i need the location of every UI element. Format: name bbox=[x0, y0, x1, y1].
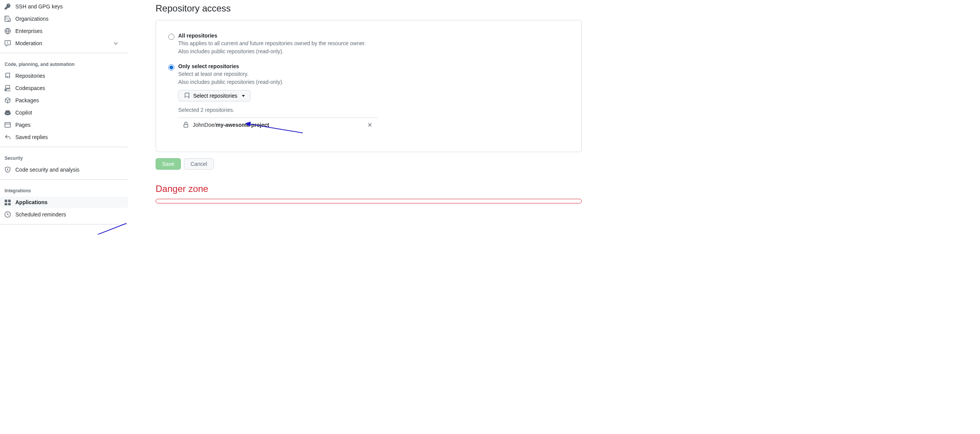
sidebar-item-label: Packages bbox=[15, 97, 39, 103]
sidebar-item-label: Organizations bbox=[15, 16, 48, 22]
sidebar-item-pages[interactable]: Pages bbox=[0, 119, 128, 131]
radio-all-title: All repositories bbox=[178, 33, 366, 39]
sidebar-item-codespaces[interactable]: Codespaces bbox=[0, 82, 128, 94]
section-header-security: Security bbox=[0, 151, 128, 163]
report-icon bbox=[5, 40, 11, 46]
repo-name: my-awesome-project bbox=[216, 122, 269, 128]
radio-select-input[interactable] bbox=[168, 64, 174, 70]
sidebar-item-packages[interactable]: Packages bbox=[0, 95, 128, 106]
sidebar-item-label: Repositories bbox=[15, 73, 45, 79]
radio-select-label[interactable]: Only select repositories Select at least… bbox=[168, 63, 569, 132]
repo-icon bbox=[5, 73, 11, 79]
repo-icon bbox=[184, 93, 190, 99]
cancel-button[interactable]: Cancel bbox=[184, 158, 214, 170]
selected-repo-item: JohnDoe/my-awesome-project bbox=[178, 118, 378, 132]
divider bbox=[0, 179, 128, 180]
codespaces-icon bbox=[5, 85, 11, 91]
radio-select-desc: Select at least one repository. Also inc… bbox=[178, 70, 569, 86]
sidebar-item-label: Pages bbox=[15, 122, 31, 128]
caret-down-icon bbox=[242, 95, 245, 97]
copilot-icon bbox=[5, 110, 11, 116]
page-title: Repository access bbox=[156, 3, 582, 14]
sidebar-item-label: Scheduled reminders bbox=[15, 211, 66, 218]
sidebar-item-enterprises[interactable]: Enterprises bbox=[0, 25, 128, 37]
organization-icon bbox=[5, 16, 11, 22]
selected-count-text: Selected 2 repositories. bbox=[178, 107, 569, 113]
main-content: Repository access All repositories This … bbox=[134, 0, 594, 234]
sidebar-item-label: Moderation bbox=[15, 40, 42, 46]
browser-icon bbox=[5, 122, 11, 128]
svg-line-0 bbox=[85, 223, 126, 234]
danger-zone-box bbox=[156, 199, 582, 203]
apps-icon bbox=[5, 199, 11, 205]
sidebar-item-saved-replies[interactable]: Saved replies bbox=[0, 131, 128, 143]
divider bbox=[0, 53, 128, 53]
lock-icon bbox=[183, 122, 189, 128]
sidebar-item-label: Enterprises bbox=[15, 28, 43, 34]
sidebar-item-label: Codespaces bbox=[15, 85, 45, 91]
sidebar-item-copilot[interactable]: Copilot bbox=[0, 107, 128, 118]
sidebar-item-repositories[interactable]: Repositories bbox=[0, 70, 128, 82]
chevron-down-icon bbox=[113, 40, 119, 46]
reply-icon bbox=[5, 134, 11, 140]
globe-icon bbox=[5, 28, 11, 34]
select-repositories-button[interactable]: Select repositories bbox=[178, 90, 251, 102]
action-buttons: Save Cancel bbox=[156, 158, 582, 170]
radio-all-input[interactable] bbox=[168, 34, 174, 40]
sidebar-item-label: Code security and analysis bbox=[15, 167, 79, 173]
sidebar-item-ssh-gpg[interactable]: SSH and GPG keys bbox=[0, 1, 128, 12]
sidebar-item-label: Applications bbox=[15, 199, 48, 205]
section-header-code: Code, planning, and automation bbox=[0, 57, 128, 69]
sidebar-item-label: Saved replies bbox=[15, 134, 48, 140]
repo-path: JohnDoe/my-awesome-project bbox=[193, 122, 269, 128]
sidebar-item-label: Copilot bbox=[15, 110, 32, 116]
section-header-integrations: Integrations bbox=[0, 183, 128, 196]
danger-zone-title: Danger zone bbox=[156, 183, 582, 194]
key-icon bbox=[5, 3, 11, 10]
settings-sidebar: SSH and GPG keys Organizations Enterpris… bbox=[0, 0, 134, 234]
sidebar-item-label: SSH and GPG keys bbox=[15, 3, 63, 10]
radio-all-label[interactable]: All repositories This applies to all cur… bbox=[168, 33, 569, 56]
select-repositories-label: Select repositories bbox=[193, 93, 237, 99]
radio-all-desc: This applies to all current and future r… bbox=[178, 39, 366, 56]
divider bbox=[0, 224, 128, 224]
sidebar-item-scheduled-reminders[interactable]: Scheduled reminders bbox=[0, 209, 128, 220]
remove-repo-button[interactable] bbox=[367, 122, 373, 128]
divider bbox=[0, 147, 128, 147]
repo-owner: JohnDoe/ bbox=[193, 122, 216, 128]
save-button[interactable]: Save bbox=[156, 158, 181, 170]
repository-access-box: All repositories This applies to all cur… bbox=[156, 20, 582, 152]
sidebar-item-applications[interactable]: Applications bbox=[0, 197, 128, 208]
shield-icon bbox=[5, 167, 11, 173]
radio-all-repositories: All repositories This applies to all cur… bbox=[168, 33, 569, 56]
sidebar-item-code-security[interactable]: Code security and analysis bbox=[0, 164, 128, 175]
sidebar-item-organizations[interactable]: Organizations bbox=[0, 13, 128, 25]
package-icon bbox=[5, 97, 11, 103]
radio-select-title: Only select repositories bbox=[178, 63, 569, 69]
sidebar-item-moderation[interactable]: Moderation bbox=[0, 38, 128, 49]
clock-icon bbox=[5, 211, 11, 218]
selected-repo-list: JohnDoe/my-awesome-project bbox=[178, 118, 569, 132]
radio-select-repositories: Only select repositories Select at least… bbox=[168, 63, 569, 132]
annotation-arrow bbox=[80, 220, 130, 234]
